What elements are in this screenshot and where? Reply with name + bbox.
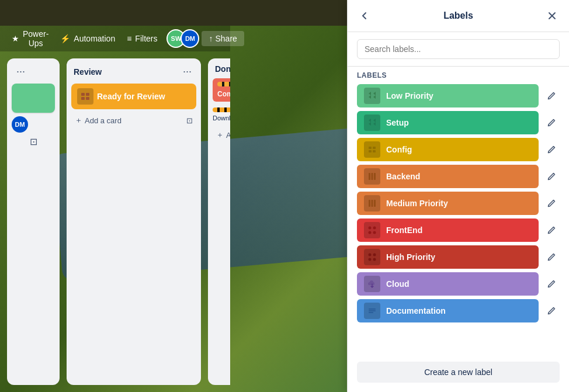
svg-rect-12 (372, 200, 373, 207)
labels-search-area (348, 32, 569, 67)
svg-rect-1 (86, 93, 89, 96)
label-backend[interactable]: Backend (357, 165, 539, 188)
card-green[interactable] (12, 84, 55, 113)
label-medium-priority[interactable]: Medium Priority (357, 192, 539, 215)
label-medium-priority-edit-button[interactable] (543, 195, 560, 211)
labels-panel-header: Labels (348, 0, 569, 32)
svg-rect-10 (374, 173, 376, 180)
card-ready-for-review[interactable]: Ready for Review (71, 84, 196, 109)
label-config[interactable]: Config (357, 138, 539, 161)
label-documentation-edit-button[interactable] (543, 303, 560, 319)
svg-rect-9 (372, 173, 373, 180)
label-high-priority[interactable]: High Priority (357, 245, 539, 269)
label-frontend-edit-button[interactable] (543, 222, 560, 238)
column-review-title: Review (74, 67, 102, 77)
label-high-priority-edit-button[interactable] (543, 249, 560, 265)
list-item: Cloud (357, 272, 560, 296)
svg-rect-13 (374, 200, 376, 207)
avatar-dm[interactable]: DM (181, 29, 199, 48)
create-label-button[interactable]: Create a new label (357, 362, 560, 383)
label-low-priority-edit-button[interactable] (543, 88, 560, 104)
column-1: ··· DM ⊡ (7, 58, 60, 385)
label-frontend-text: FrontEnd (386, 226, 422, 235)
column-1-menu-button[interactable]: ··· (14, 64, 27, 79)
label-config-text: Config (386, 145, 412, 154)
svg-rect-7 (373, 150, 376, 152)
label-backend-icon (364, 168, 380, 185)
label-cloud-icon (364, 276, 380, 292)
label-cloud-edit-button[interactable] (543, 276, 560, 292)
download-card-title: Download V... (213, 115, 230, 122)
chevron-left-icon (359, 11, 370, 21)
complete-card-title: Complet... (213, 90, 230, 98)
svg-point-18 (369, 254, 372, 256)
label-low-priority[interactable]: Low Priority (357, 84, 539, 107)
svg-point-21 (373, 258, 376, 261)
columns-area: ··· DM ⊡ Review ··· Ready for Rev (0, 51, 230, 392)
label-frontend[interactable]: FrontEnd (357, 218, 539, 242)
template-icon: ⊡ (186, 116, 193, 125)
label-config-edit-button[interactable] (543, 141, 560, 158)
labels-list: Low Priority Setup (348, 82, 569, 357)
label-cloud-text: Cloud (386, 279, 410, 289)
label-icon-svg (367, 172, 377, 181)
automation-button[interactable]: ⚡ Automation (55, 32, 120, 46)
label-setup[interactable]: Setup (357, 111, 539, 134)
plus-icon-done: ＋ (216, 130, 224, 140)
panel-close-button[interactable] (544, 8, 560, 23)
svg-rect-3 (86, 97, 89, 100)
labels-panel-title: Labels (443, 11, 473, 21)
list-item: Config (357, 138, 560, 161)
filters-icon: ≡ (127, 34, 131, 43)
label-documentation[interactable]: Documentation (357, 299, 539, 322)
list-item: Backend (357, 165, 560, 188)
label-config-icon (364, 141, 380, 158)
label-documentation-icon (364, 303, 380, 319)
card-ready-for-review-title: Ready for Review (97, 92, 165, 101)
svg-rect-24 (369, 312, 373, 313)
card-template-icon: ⊡ (12, 136, 55, 147)
labels-section-title: Labels (348, 67, 569, 82)
filters-button[interactable]: ≡ Filters (122, 32, 162, 46)
label-low-priority-icon (364, 88, 380, 104)
avatar-pair: SW DM (166, 29, 199, 48)
pencil-icon (547, 172, 556, 181)
list-item: High Priority (357, 245, 560, 269)
svg-rect-5 (373, 147, 376, 149)
labels-search-input[interactable] (357, 39, 560, 59)
label-low-priority-text: Low Priority (386, 91, 433, 100)
svg-rect-23 (369, 310, 376, 311)
powerups-button[interactable]: ★ Power-Ups (7, 27, 53, 50)
done-add-card-button[interactable]: ＋ Add a ca... (213, 127, 230, 143)
avatar-dm-card[interactable]: DM (12, 116, 28, 133)
list-item: Setup (357, 111, 560, 134)
download-strip (213, 107, 230, 112)
list-item: Medium Priority (357, 192, 560, 215)
list-item: Low Priority (357, 84, 560, 107)
plus-icon: ＋ (75, 115, 82, 126)
label-cloud[interactable]: Cloud (357, 272, 539, 296)
review-add-card-button[interactable]: ＋ Add a card ⊡ (71, 113, 196, 128)
label-high-priority-icon (364, 249, 380, 265)
share-button[interactable]: ↑ Share (202, 31, 244, 46)
label-icon-svg (367, 91, 377, 100)
svg-rect-22 (369, 308, 376, 310)
label-backend-text: Backend (386, 172, 420, 181)
card-complete[interactable]: Complet... (213, 78, 230, 102)
svg-rect-0 (81, 93, 85, 96)
pencil-icon (547, 91, 556, 100)
label-medium-priority-icon (364, 195, 380, 211)
label-icon-svg (367, 118, 377, 127)
automation-icon: ⚡ (60, 34, 70, 43)
close-icon (547, 11, 557, 21)
panel-back-button[interactable] (357, 8, 372, 23)
svg-point-15 (373, 227, 376, 230)
column-review: Review ··· Ready for Review ＋ Add a card (67, 58, 201, 385)
svg-rect-2 (81, 97, 85, 100)
svg-point-16 (369, 231, 372, 234)
column-review-menu-button[interactable]: ··· (181, 64, 194, 79)
label-setup-edit-button[interactable] (543, 115, 560, 131)
svg-rect-11 (369, 200, 370, 207)
label-backend-edit-button[interactable] (543, 168, 560, 185)
card-strip (217, 82, 230, 86)
